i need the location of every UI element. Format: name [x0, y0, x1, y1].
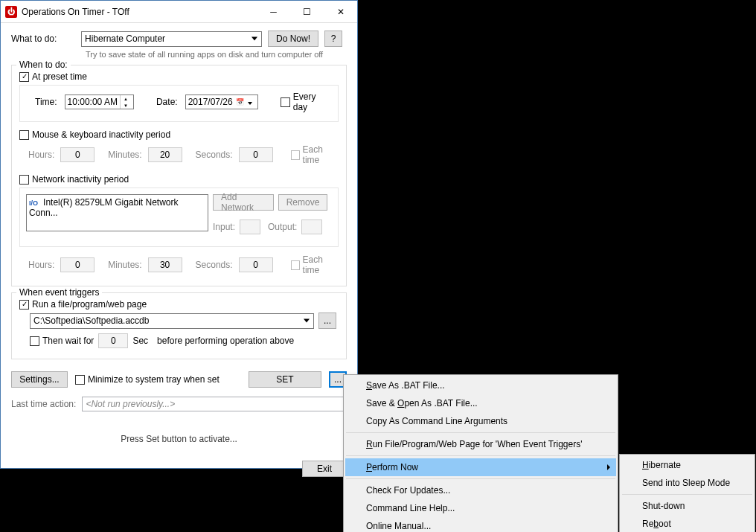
time-spinner[interactable]: ▲▼	[120, 95, 131, 109]
preset-time-checkbox[interactable]: At preset time	[19, 71, 339, 82]
date-dropdown-icon[interactable]	[246, 97, 252, 107]
network-adapter-list[interactable]: I/O Intel(R) 82579LM Gigabit Network Con…	[26, 194, 208, 231]
run-file-checkbox[interactable]: Run a file/program/web page	[19, 299, 339, 310]
then-wait-label: Then wait for	[42, 336, 94, 346]
menu-separator	[346, 432, 615, 433]
action-value: Hibernate Computer	[85, 33, 165, 44]
action-dropdown[interactable]: Hibernate Computer	[81, 31, 262, 47]
minimize-tray-label: Minimize to system tray when set	[88, 374, 220, 385]
what-to-do-label: What to do:	[11, 33, 69, 44]
main-window: ⏻ Operations On Timer - TOff ─ ☐ ✕ What …	[0, 0, 358, 469]
net-minutes-input: 30	[148, 257, 182, 272]
io-icon: I/O	[29, 199, 38, 207]
checkbox-icon	[291, 150, 300, 160]
hours-input: 0	[60, 147, 94, 162]
calendar-icon[interactable]: 📅	[234, 97, 246, 108]
when-to-do-fieldset: When to do: At preset time Time: 10:00:0…	[11, 65, 347, 286]
then-wait-checkbox[interactable]: Then wait for	[30, 336, 94, 346]
menu-separator	[346, 455, 615, 456]
last-action-field: <Not run previously...>	[82, 397, 347, 411]
last-action-label: Last time action:	[11, 399, 76, 409]
seconds-label: Seconds:	[196, 150, 233, 160]
date-input[interactable]: 2017/07/26 📅	[185, 94, 258, 109]
submenu-hibernate[interactable]: Hibernate	[621, 456, 753, 474]
network-inactivity-label: Network inactivity period	[32, 174, 129, 185]
menu-save-open-bat[interactable]: Save & Open As .BAT File...	[345, 394, 616, 412]
mouse-inactivity-checkbox[interactable]: Mouse & keyboard inactivity period	[19, 129, 339, 140]
time-value: 10:00:00 AM	[68, 97, 118, 107]
window-title: Operations On Timer - TOff	[22, 7, 257, 17]
file-path: C:\Softpedia\Softpedia.accdb	[33, 315, 149, 326]
checkbox-icon	[19, 300, 29, 310]
checkbox-icon	[19, 130, 29, 140]
adapter-name: Intel(R) 82579LM Gigabit Network Conn...	[29, 197, 179, 218]
status-text: Press Set button to activate...	[11, 434, 347, 444]
checkbox-icon	[291, 260, 300, 270]
menu-save-bat[interactable]: Save As .BAT File...	[345, 376, 616, 394]
minimize-tray-checkbox[interactable]: Minimize to system tray when set	[75, 374, 220, 385]
net-each-time-checkbox: Each time	[291, 254, 339, 275]
every-day-checkbox[interactable]: Every day	[281, 92, 332, 112]
checkbox-icon	[19, 175, 29, 185]
event-triggers-fieldset: When event triggers Run a file/program/w…	[11, 292, 347, 359]
minimize-button[interactable]: ─	[257, 1, 290, 22]
menu-perform-now[interactable]: Perform Now	[345, 458, 616, 476]
event-legend: When event triggers	[16, 287, 102, 298]
exit-button[interactable]: Exit	[302, 461, 347, 477]
mouse-inactivity-label: Mouse & keyboard inactivity period	[32, 129, 170, 140]
add-network-button: Add Network	[213, 194, 274, 211]
time-label: Time:	[35, 97, 57, 107]
submenu-sleep[interactable]: Send into Sleep Mode	[621, 474, 753, 492]
each-time-label: Each time	[303, 144, 339, 165]
help-button[interactable]: ?	[324, 31, 342, 47]
content-area: What to do: Hibernate Computer Do Now! ?…	[1, 23, 357, 487]
submenu-reboot[interactable]: Reboot	[621, 515, 753, 532]
checkbox-icon	[281, 97, 290, 107]
file-path-dropdown[interactable]: C:\Softpedia\Softpedia.accdb	[30, 313, 314, 329]
sec-label: Sec	[132, 336, 148, 346]
run-file-label: Run a file/program/web page	[32, 299, 147, 310]
minutes-input: 20	[148, 147, 182, 162]
maximize-button[interactable]: ☐	[290, 1, 324, 22]
preset-time-label: At preset time	[32, 71, 87, 82]
set-button[interactable]: SET	[249, 371, 321, 388]
menu-online-manual[interactable]: Online Manual...	[345, 517, 616, 532]
output-value	[301, 219, 322, 234]
hours-label: Hours:	[28, 150, 54, 160]
when-legend: When to do:	[16, 60, 71, 70]
close-button[interactable]: ✕	[324, 1, 357, 22]
submenu-shutdown[interactable]: Shut-down	[621, 497, 753, 515]
wait-seconds-input: 0	[98, 333, 128, 348]
network-inactivity-checkbox[interactable]: Network inactivity period	[19, 174, 339, 185]
minutes-label: Minutes:	[108, 150, 141, 160]
checkbox-icon	[19, 72, 29, 82]
menu-separator	[622, 494, 752, 495]
before-label: before performing operation above	[157, 336, 294, 346]
net-seconds-label: Seconds:	[196, 260, 233, 270]
time-input[interactable]: 10:00:00 AM ▲▼	[65, 94, 134, 109]
date-value: 2017/07/26	[188, 97, 233, 107]
net-hours-label: Hours:	[28, 260, 54, 270]
submenu-arrow-icon	[607, 464, 610, 470]
menu-check-updates[interactable]: Check For Updates...	[345, 481, 616, 499]
browse-button[interactable]: ...	[318, 313, 336, 329]
date-label: Date:	[156, 97, 178, 107]
input-label: Input:	[213, 222, 235, 232]
perform-now-submenu: Hibernate Send into Sleep Mode Shut-down…	[619, 454, 755, 532]
remove-network-button: Remove	[278, 194, 327, 211]
titlebar: ⏻ Operations On Timer - TOff ─ ☐ ✕	[1, 1, 357, 23]
net-minutes-label: Minutes:	[108, 260, 141, 270]
menu-run-file[interactable]: Run File/Program/Web Page for 'When Even…	[345, 435, 616, 453]
app-icon: ⏻	[5, 6, 17, 18]
seconds-input: 0	[239, 147, 273, 162]
output-label: Output:	[268, 222, 297, 232]
menu-cmd-help[interactable]: Command Line Help...	[345, 499, 616, 517]
net-hours-input: 0	[60, 257, 94, 272]
menu-separator	[346, 478, 615, 479]
settings-button[interactable]: Settings...	[11, 371, 68, 388]
menu-copy-args[interactable]: Copy As Command Line Arguments	[345, 412, 616, 430]
net-seconds-input: 0	[239, 257, 273, 272]
do-now-button[interactable]: Do Now!	[268, 31, 318, 47]
net-each-time-label: Each time	[303, 254, 339, 275]
each-time-checkbox: Each time	[291, 144, 339, 165]
